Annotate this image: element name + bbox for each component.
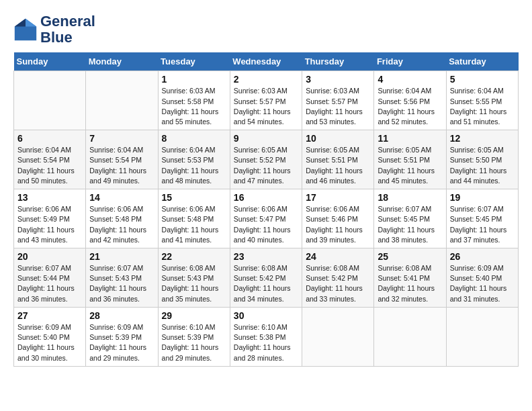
calendar-week-row: 27Sunrise: 6:09 AM Sunset: 5:40 PM Dayli… bbox=[14, 307, 519, 366]
day-number: 23 bbox=[234, 251, 298, 262]
day-detail: Sunrise: 6:04 AM Sunset: 5:56 PM Dayligh… bbox=[378, 86, 442, 127]
day-number: 20 bbox=[17, 251, 82, 262]
day-number: 22 bbox=[162, 251, 226, 262]
calendar-cell: 19Sunrise: 6:07 AM Sunset: 5:45 PM Dayli… bbox=[446, 189, 518, 248]
header-saturday: Saturday bbox=[446, 52, 518, 71]
day-detail: Sunrise: 6:08 AM Sunset: 5:43 PM Dayligh… bbox=[162, 263, 226, 304]
calendar-cell bbox=[374, 307, 446, 366]
calendar-cell: 26Sunrise: 6:09 AM Sunset: 5:40 PM Dayli… bbox=[446, 248, 518, 308]
calendar-cell: 16Sunrise: 6:06 AM Sunset: 5:47 PM Dayli… bbox=[230, 189, 302, 248]
calendar-cell: 6Sunrise: 6:04 AM Sunset: 5:54 PM Daylig… bbox=[14, 130, 86, 189]
day-detail: Sunrise: 6:07 AM Sunset: 5:45 PM Dayligh… bbox=[450, 204, 515, 245]
day-number: 6 bbox=[17, 133, 82, 144]
day-detail: Sunrise: 6:09 AM Sunset: 5:40 PM Dayligh… bbox=[450, 263, 515, 304]
calendar-cell bbox=[86, 71, 158, 130]
calendar-cell: 13Sunrise: 6:06 AM Sunset: 5:49 PM Dayli… bbox=[14, 189, 86, 248]
day-detail: Sunrise: 6:05 AM Sunset: 5:51 PM Dayligh… bbox=[378, 145, 442, 186]
calendar-cell: 28Sunrise: 6:09 AM Sunset: 5:39 PM Dayli… bbox=[86, 307, 158, 366]
calendar-cell: 17Sunrise: 6:06 AM Sunset: 5:46 PM Dayli… bbox=[302, 189, 374, 248]
day-detail: Sunrise: 6:07 AM Sunset: 5:44 PM Dayligh… bbox=[17, 263, 82, 304]
day-detail: Sunrise: 6:06 AM Sunset: 5:49 PM Dayligh… bbox=[17, 204, 82, 245]
day-detail: Sunrise: 6:05 AM Sunset: 5:51 PM Dayligh… bbox=[306, 145, 370, 186]
calendar-cell: 2Sunrise: 6:03 AM Sunset: 5:57 PM Daylig… bbox=[230, 71, 302, 130]
day-number: 11 bbox=[378, 133, 442, 144]
day-number: 10 bbox=[306, 133, 370, 144]
calendar-cell: 14Sunrise: 6:06 AM Sunset: 5:48 PM Dayli… bbox=[86, 189, 158, 248]
calendar-cell: 4Sunrise: 6:04 AM Sunset: 5:56 PM Daylig… bbox=[374, 71, 446, 130]
day-number: 16 bbox=[234, 192, 298, 203]
day-detail: Sunrise: 6:09 AM Sunset: 5:39 PM Dayligh… bbox=[89, 322, 154, 363]
calendar-cell: 22Sunrise: 6:08 AM Sunset: 5:43 PM Dayli… bbox=[158, 248, 230, 308]
header-wednesday: Wednesday bbox=[230, 52, 302, 71]
day-detail: Sunrise: 6:08 AM Sunset: 5:42 PM Dayligh… bbox=[234, 263, 298, 304]
calendar-cell: 24Sunrise: 6:08 AM Sunset: 5:42 PM Dayli… bbox=[302, 248, 374, 308]
day-number: 15 bbox=[162, 192, 226, 203]
calendar-week-row: 13Sunrise: 6:06 AM Sunset: 5:49 PM Dayli… bbox=[14, 189, 519, 248]
day-number: 12 bbox=[450, 133, 515, 144]
day-detail: Sunrise: 6:04 AM Sunset: 5:53 PM Dayligh… bbox=[162, 145, 226, 186]
calendar-cell: 12Sunrise: 6:05 AM Sunset: 5:50 PM Dayli… bbox=[446, 130, 518, 189]
day-number: 1 bbox=[162, 74, 226, 85]
day-number: 30 bbox=[234, 310, 298, 321]
calendar-cell: 20Sunrise: 6:07 AM Sunset: 5:44 PM Dayli… bbox=[14, 248, 86, 308]
day-number: 29 bbox=[162, 310, 226, 321]
logo: General Blue bbox=[13, 13, 95, 46]
calendar-cell bbox=[302, 307, 374, 366]
day-detail: Sunrise: 6:04 AM Sunset: 5:54 PM Dayligh… bbox=[17, 145, 82, 186]
day-detail: Sunrise: 6:08 AM Sunset: 5:41 PM Dayligh… bbox=[378, 263, 442, 304]
calendar-header-row: SundayMondayTuesdayWednesdayThursdayFrid… bbox=[14, 52, 519, 71]
day-number: 18 bbox=[378, 192, 442, 203]
day-number: 4 bbox=[378, 74, 442, 85]
header-friday: Friday bbox=[374, 52, 446, 71]
header-tuesday: Tuesday bbox=[158, 52, 230, 71]
calendar-cell: 18Sunrise: 6:07 AM Sunset: 5:45 PM Dayli… bbox=[374, 189, 446, 248]
svg-marker-1 bbox=[26, 19, 36, 27]
calendar-cell: 29Sunrise: 6:10 AM Sunset: 5:39 PM Dayli… bbox=[158, 307, 230, 366]
header-sunday: Sunday bbox=[14, 52, 86, 71]
day-number: 17 bbox=[306, 192, 370, 203]
calendar-cell: 10Sunrise: 6:05 AM Sunset: 5:51 PM Dayli… bbox=[302, 130, 374, 189]
day-detail: Sunrise: 6:07 AM Sunset: 5:45 PM Dayligh… bbox=[378, 204, 442, 245]
calendar-week-row: 6Sunrise: 6:04 AM Sunset: 5:54 PM Daylig… bbox=[14, 130, 519, 189]
day-number: 9 bbox=[234, 133, 298, 144]
day-number: 25 bbox=[378, 251, 442, 262]
day-detail: Sunrise: 6:04 AM Sunset: 5:55 PM Dayligh… bbox=[450, 86, 515, 127]
calendar-cell: 27Sunrise: 6:09 AM Sunset: 5:40 PM Dayli… bbox=[14, 307, 86, 366]
calendar-cell: 30Sunrise: 6:10 AM Sunset: 5:38 PM Dayli… bbox=[230, 307, 302, 366]
day-detail: Sunrise: 6:10 AM Sunset: 5:38 PM Dayligh… bbox=[234, 322, 298, 363]
calendar-cell: 7Sunrise: 6:04 AM Sunset: 5:54 PM Daylig… bbox=[86, 130, 158, 189]
day-number: 3 bbox=[306, 74, 370, 85]
day-number: 7 bbox=[89, 133, 154, 144]
calendar-cell: 11Sunrise: 6:05 AM Sunset: 5:51 PM Dayli… bbox=[374, 130, 446, 189]
day-detail: Sunrise: 6:04 AM Sunset: 5:54 PM Dayligh… bbox=[89, 145, 154, 186]
calendar-cell bbox=[446, 307, 518, 366]
day-detail: Sunrise: 6:03 AM Sunset: 5:57 PM Dayligh… bbox=[306, 86, 370, 127]
day-detail: Sunrise: 6:06 AM Sunset: 5:48 PM Dayligh… bbox=[162, 204, 226, 245]
header-monday: Monday bbox=[86, 52, 158, 71]
day-detail: Sunrise: 6:08 AM Sunset: 5:42 PM Dayligh… bbox=[306, 263, 370, 304]
day-number: 13 bbox=[17, 192, 82, 203]
calendar-table: SundayMondayTuesdayWednesdayThursdayFrid… bbox=[13, 52, 519, 366]
logo-icon bbox=[13, 17, 38, 42]
day-number: 26 bbox=[450, 251, 515, 262]
calendar-cell: 3Sunrise: 6:03 AM Sunset: 5:57 PM Daylig… bbox=[302, 71, 374, 130]
day-number: 27 bbox=[17, 310, 82, 321]
day-detail: Sunrise: 6:05 AM Sunset: 5:52 PM Dayligh… bbox=[234, 145, 298, 186]
day-number: 24 bbox=[306, 251, 370, 262]
calendar-cell: 1Sunrise: 6:03 AM Sunset: 5:58 PM Daylig… bbox=[158, 71, 230, 130]
day-detail: Sunrise: 6:05 AM Sunset: 5:50 PM Dayligh… bbox=[450, 145, 515, 186]
calendar-cell: 8Sunrise: 6:04 AM Sunset: 5:53 PM Daylig… bbox=[158, 130, 230, 189]
day-number: 19 bbox=[450, 192, 515, 203]
calendar-cell: 23Sunrise: 6:08 AM Sunset: 5:42 PM Dayli… bbox=[230, 248, 302, 308]
day-detail: Sunrise: 6:03 AM Sunset: 5:58 PM Dayligh… bbox=[162, 86, 226, 127]
calendar-cell: 9Sunrise: 6:05 AM Sunset: 5:52 PM Daylig… bbox=[230, 130, 302, 189]
day-detail: Sunrise: 6:09 AM Sunset: 5:40 PM Dayligh… bbox=[17, 322, 82, 363]
day-detail: Sunrise: 6:07 AM Sunset: 5:43 PM Dayligh… bbox=[89, 263, 154, 304]
logo-text: General Blue bbox=[40, 13, 95, 46]
calendar-cell: 21Sunrise: 6:07 AM Sunset: 5:43 PM Dayli… bbox=[86, 248, 158, 308]
calendar-cell: 15Sunrise: 6:06 AM Sunset: 5:48 PM Dayli… bbox=[158, 189, 230, 248]
day-number: 28 bbox=[89, 310, 154, 321]
day-detail: Sunrise: 6:03 AM Sunset: 5:57 PM Dayligh… bbox=[234, 86, 298, 127]
day-number: 21 bbox=[89, 251, 154, 262]
calendar-cell: 5Sunrise: 6:04 AM Sunset: 5:55 PM Daylig… bbox=[446, 71, 518, 130]
